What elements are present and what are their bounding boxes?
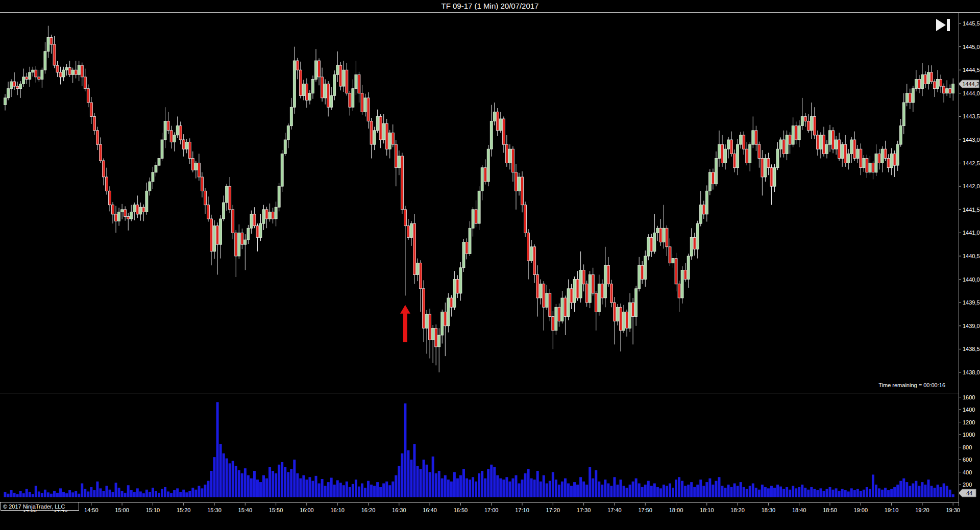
candle-down [182,140,185,149]
volume-bar [881,490,884,497]
volume-bar [770,486,773,497]
last-price-tag-text: 1444,2 [962,81,979,87]
candle-down [361,93,363,112]
time-tick-label: 19:30 [946,507,960,513]
volume-bar [336,480,339,497]
volume-tick-label: 400 [963,469,972,475]
candle-down [272,212,274,219]
candle-down [204,191,206,205]
candle-down [909,93,911,103]
candle-up [604,265,606,298]
volume-bar [561,482,564,497]
candle-down [391,133,394,144]
candle-down [552,317,554,331]
volume-bar [216,402,219,497]
candle-up [705,191,708,214]
candle-down [666,228,668,247]
volume-bar [856,489,859,497]
ninjatrader-chart-window: TF 09-17 (1 Min) 20/07/2017 1445,51445,0… [0,0,980,530]
volume-bar [715,481,717,497]
volume-bar [118,488,120,497]
volume-tick-label: 600 [963,457,972,463]
time-tick-label: 15:40 [238,507,253,513]
volume-bar [327,482,330,497]
candle-down [179,126,182,140]
candle-up [921,74,923,88]
time-axis-scale[interactable] [0,503,959,523]
candle-up [382,123,385,140]
volume-bar [127,485,130,497]
volume-bar [924,485,926,497]
volume-bar [484,478,486,497]
candle-down [650,238,653,251]
candle-down [115,214,117,221]
candle-up [155,165,157,172]
candle-up [798,126,800,140]
candle-down [484,168,486,182]
candle-up [629,302,631,328]
candle-up [727,140,730,149]
price-tick-label: 1444,0 [963,90,980,96]
candle-up [152,172,154,182]
volume-bar [265,478,268,497]
candle-down [127,217,130,219]
volume-bar [75,491,77,497]
candle-up [623,312,625,331]
volume-bar [635,478,638,497]
candle-down [813,116,816,135]
candle-down [930,72,933,82]
volume-bar [352,484,354,497]
candle-up [293,61,296,107]
volume-bar [912,484,914,497]
candle-up [287,126,289,140]
volume-bar [687,485,690,497]
volume-bar [644,485,647,497]
candle-up [330,95,333,107]
volume-bar [161,489,163,497]
volume-bar [213,457,216,497]
volume-bar [779,487,782,497]
candle-down [934,82,936,89]
volume-bar [875,485,877,497]
volume-bar [496,475,499,497]
candle-down [733,154,736,167]
candle-up [78,65,80,74]
candle-up [863,159,865,168]
volume-bar [884,488,887,497]
volume-bar [902,478,905,497]
candle-down [675,259,677,284]
candle-up [579,270,582,298]
candle-down [669,247,671,263]
volume-bar [278,465,280,497]
volume-bar [620,479,622,497]
volume-bar [579,477,582,497]
candle-down [641,265,644,279]
volume-bar [737,486,739,497]
volume-bar [552,472,554,497]
volume-bar [801,485,803,497]
volume-bar [493,467,496,497]
candle-up [647,238,650,257]
candle-down [444,312,447,325]
volume-bar [540,482,542,497]
volume-bar [869,489,871,497]
candle-up [737,144,739,168]
volume-bar [456,478,459,497]
candle-down [684,270,687,279]
price-tick-label: 1439,5 [963,299,980,306]
candle-down [358,74,360,93]
volume-bar [191,488,194,497]
volume-bar [391,482,394,497]
volume-bar [450,482,453,497]
volume-bar [124,493,127,497]
candle-up [176,126,179,135]
volume-bar [469,479,471,497]
candle-down [93,116,95,130]
volume-bar [666,486,668,497]
volume-bar [822,491,825,497]
candle-down [429,314,431,340]
volume-bar [429,472,431,497]
volume-bar [382,484,385,497]
candle-down [296,61,299,70]
candle-up [850,140,853,154]
